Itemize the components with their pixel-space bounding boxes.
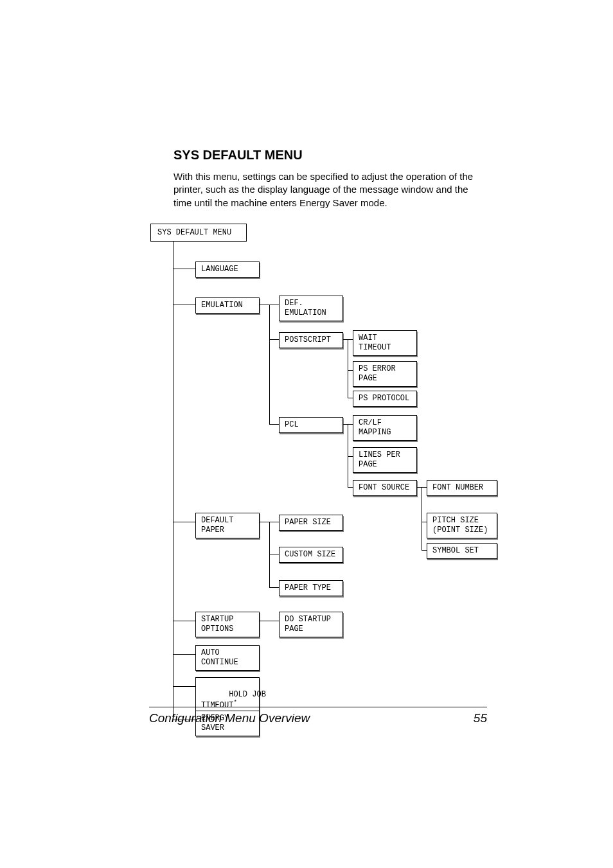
connector [348,370,353,371]
connector [173,621,195,621]
box-default-paper: DEFAULT PAPER [195,513,260,538]
box-emulation: EMULATION [195,297,260,314]
box-wait-timeout: WAIT TIMEOUT [353,330,417,356]
connector [348,398,353,398]
box-paper-type: PAPER TYPE [279,580,343,596]
connector [269,554,279,554]
connector [422,550,427,551]
menu-diagram: SYS DEFAULT MENU LANGUAGE EMULATION DEF.… [150,224,510,725]
box-custom-size: CUSTOM SIZE [279,547,343,563]
connector [173,269,195,269]
connector [422,487,422,550]
box-startup-options: STARTUP OPTIONS [195,612,260,637]
box-root: SYS DEFAULT MENU [150,224,247,242]
box-ps-error-page: PS ERROR PAGE [353,361,417,387]
connector [422,522,427,522]
box-font-number: FONT NUMBER [427,480,497,496]
page-footer: Configuration Menu Overview 55 [149,707,487,725]
box-do-startup-page: DO STARTUP PAGE [279,612,343,637]
box-ps-protocol: PS PROTOCOL [353,391,417,407]
connector [173,654,195,655]
page-number: 55 [474,711,487,725]
intro-paragraph: With this menu, settings can be specifie… [173,170,484,209]
connector [269,305,270,424]
connector [348,487,353,488]
asterisk-icon: * [233,700,236,706]
box-crlf-mapping: CR/LF MAPPING [353,415,417,441]
box-lines-per-page: LINES PER PAGE [353,447,417,473]
connector [269,424,279,425]
connector [173,241,173,720]
box-font-source: FONT SOURCE [353,480,417,496]
connector [173,686,195,687]
connector [348,456,353,457]
connector [260,621,279,621]
box-language: LANGUAGE [195,261,260,278]
connector [348,424,348,487]
box-postscript: POSTSCRIPT [279,332,343,348]
footer-title: Configuration Menu Overview [149,711,310,725]
connector [269,587,279,588]
connector [173,522,195,522]
connector [269,522,270,587]
connector [173,305,195,305]
connector [348,339,348,398]
box-paper-size: PAPER SIZE [279,515,343,531]
box-symbol-set: SYMBOL SET [427,543,497,559]
box-pitch-size: PITCH SIZE (POINT SIZE) [427,513,497,538]
box-def-emulation: DEF. EMULATION [279,296,343,321]
section-heading: SYS DEFAULT MENU [173,148,484,163]
connector [269,339,279,340]
box-pcl: PCL [279,417,343,433]
box-auto-continue: AUTO CONTINUE [195,645,260,671]
